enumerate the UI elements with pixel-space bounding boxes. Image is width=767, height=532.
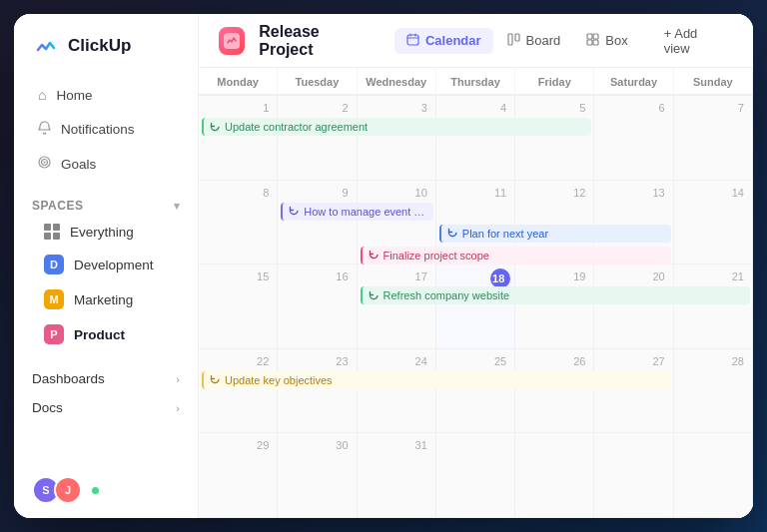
topbar: Release Project Calendar Board <box>199 14 753 68</box>
svg-rect-10 <box>587 40 592 45</box>
calendar-event-0[interactable]: Refresh company website <box>361 286 750 304</box>
svg-rect-11 <box>593 40 598 45</box>
add-view-label: + Add view <box>664 26 723 56</box>
bottom-nav: Dashboards › Docs › <box>14 358 198 428</box>
online-status-dot <box>92 487 99 494</box>
calendar-week-1: 1234567Update contractor agreement <box>199 96 753 181</box>
calendar-day-18[interactable]: 18 <box>436 265 515 349</box>
sidebar-footer: S J <box>14 462 198 518</box>
calendar-day-29[interactable]: 29 <box>199 433 278 518</box>
project-icon <box>219 27 245 55</box>
marketing-label: Marketing <box>74 292 133 307</box>
calendar-day-28[interactable]: 28 <box>674 349 753 434</box>
calendar-day-16[interactable]: 16 <box>278 265 357 349</box>
development-label: Development <box>74 258 154 272</box>
home-label: Home <box>56 88 92 103</box>
calendar-day-31[interactable]: 31 <box>358 433 436 518</box>
add-view-button[interactable]: + Add view <box>654 21 733 61</box>
space-marketing[interactable]: M Marketing <box>32 282 180 316</box>
marketing-badge: M <box>44 289 64 309</box>
sidebar-item-dashboards[interactable]: Dashboards › <box>20 364 192 393</box>
day-header-thursday: Thursday <box>436 68 515 95</box>
calendar-day-empty[interactable] <box>594 433 673 518</box>
tab-calendar[interactable]: Calendar <box>394 28 493 54</box>
day-header-monday: Monday <box>199 68 278 95</box>
board-icon <box>507 33 520 49</box>
calendar-day-19[interactable]: 19 <box>515 265 594 349</box>
calendar-day-3[interactable]: 3 <box>358 96 436 181</box>
calendar-day-22[interactable]: 22 <box>199 349 278 434</box>
docs-left: Docs <box>32 400 63 415</box>
everything-label: Everything <box>70 225 134 240</box>
calendar-day-2[interactable]: 2 <box>278 96 357 181</box>
calendar-week-3: 15161718192021Refresh company website <box>199 265 753 349</box>
calendar-day-6[interactable]: 6 <box>594 96 673 181</box>
svg-rect-8 <box>587 34 592 39</box>
sidebar-item-goals[interactable]: Goals <box>20 148 192 180</box>
spaces-collapse-icon[interactable]: ▾ <box>174 200 181 213</box>
project-title: Release Project <box>259 23 371 59</box>
calendar-day-9[interactable]: 9 <box>278 181 357 266</box>
spaces-section: Spaces ▾ Everything D Development M Mark… <box>14 185 198 358</box>
calendar-day-24[interactable]: 24 <box>358 349 436 434</box>
svg-rect-7 <box>515 34 519 41</box>
chevron-right-icon: › <box>176 373 180 385</box>
spaces-label: Spaces <box>32 199 83 213</box>
calendar-event-0[interactable]: Update key objectives <box>202 371 671 389</box>
docs-label: Docs <box>32 400 63 415</box>
calendar-day-1[interactable]: 1 <box>199 96 278 181</box>
calendar-day-8[interactable]: 8 <box>199 181 278 266</box>
calendar-day-21[interactable]: 21 <box>674 265 753 349</box>
logo-text: ClickUp <box>68 36 131 56</box>
sidebar: ClickUp ⌂ Home Notifications Goals <box>14 14 199 518</box>
tab-board[interactable]: Board <box>495 28 573 54</box>
space-everything[interactable]: Everything <box>32 217 180 247</box>
calendar-day-17[interactable]: 17 <box>358 265 436 349</box>
sidebar-item-home[interactable]: ⌂ Home <box>20 79 192 111</box>
calendar-container: Monday Tuesday Wednesday Thursday Friday… <box>199 68 753 518</box>
view-tabs: Calendar Board Box <box>394 28 640 54</box>
day-header-sunday: Sunday <box>674 68 753 95</box>
box-icon <box>586 33 599 49</box>
calendar-day-15[interactable]: 15 <box>199 265 278 349</box>
box-tab-label: Box <box>605 33 627 48</box>
product-label: Product <box>74 327 125 342</box>
space-product[interactable]: P Product <box>32 317 180 351</box>
calendar-day-7[interactable]: 7 <box>674 96 753 181</box>
calendar-day-14[interactable]: 14 <box>674 181 753 266</box>
svg-rect-0 <box>32 32 60 60</box>
sidebar-item-docs[interactable]: Docs › <box>20 393 192 422</box>
calendar-day-20[interactable]: 20 <box>594 265 673 349</box>
calendar-week-4: 22232425262728Update key objectives <box>199 349 753 434</box>
goals-label: Goals <box>61 157 96 172</box>
space-development[interactable]: D Development <box>32 248 180 281</box>
calendar-day-27[interactable]: 27 <box>594 349 673 434</box>
development-badge: D <box>44 255 64 274</box>
main-content: Release Project Calendar Board <box>199 14 753 518</box>
calendar-day-4[interactable]: 4 <box>436 96 515 181</box>
day-header-saturday: Saturday <box>594 68 673 95</box>
calendar-icon <box>406 33 419 49</box>
dashboards-left: Dashboards <box>32 371 105 386</box>
calendar-event-0[interactable]: Update contractor agreement <box>202 118 591 136</box>
calendar-day-23[interactable]: 23 <box>278 349 357 434</box>
tab-box[interactable]: Box <box>574 28 639 54</box>
calendar-week-2: 891011121314How to manage event planning… <box>199 181 753 266</box>
spaces-header: Spaces ▾ <box>32 199 180 213</box>
calendar-day-empty[interactable] <box>515 433 594 518</box>
logo[interactable]: ClickUp <box>14 14 198 74</box>
calendar-day-26[interactable]: 26 <box>515 349 594 434</box>
day-header-wednesday: Wednesday <box>358 68 436 95</box>
calendar-event-0[interactable]: How to manage event planning <box>281 203 433 221</box>
avatar-j[interactable]: J <box>54 476 82 504</box>
calendar-day-25[interactable]: 25 <box>436 349 515 434</box>
calendar-event-1[interactable]: Plan for next year <box>439 225 671 243</box>
calendar-day-30[interactable]: 30 <box>278 433 357 518</box>
calendar-day-empty[interactable] <box>674 433 753 518</box>
calendar-day-empty[interactable] <box>436 433 515 518</box>
sidebar-item-notifications[interactable]: Notifications <box>20 113 192 146</box>
calendar-tab-label: Calendar <box>425 33 481 48</box>
calendar-day-5[interactable]: 5 <box>515 96 594 181</box>
calendar-event-2[interactable]: Finalize project scope <box>361 247 671 265</box>
day-header-friday: Friday <box>515 68 594 95</box>
